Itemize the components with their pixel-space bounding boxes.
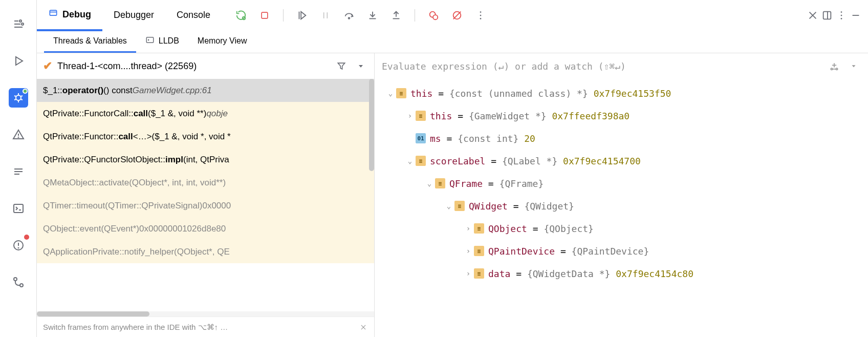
variable-row[interactable]: ⌄≡QWidget = {QWidget} bbox=[375, 195, 868, 217]
variable-row[interactable]: ›≡this = {GameWidget *} 0x7ffeedf398a0 bbox=[375, 104, 868, 127]
more-icon[interactable] bbox=[473, 8, 488, 23]
svg-marker-30 bbox=[301, 12, 306, 19]
variable-row[interactable]: ⌄≡QFrame = {QFrame} bbox=[375, 172, 868, 195]
debug-tab-icon bbox=[48, 8, 58, 21]
check-icon: ✔ bbox=[43, 59, 52, 73]
frame-row[interactable]: QtPrivate::Functor::call<…>($_1 &, void … bbox=[37, 125, 374, 148]
variable-text: QFrame = {QFrame} bbox=[449, 178, 544, 189]
variable-row[interactable]: ›≡QObject = {QObject} bbox=[375, 217, 868, 240]
tab-debug[interactable]: Debug bbox=[37, 1, 102, 31]
svg-point-49 bbox=[841, 11, 842, 13]
hint-bar: Switch frames from anywhere in the IDE w… bbox=[37, 317, 374, 337]
svg-rect-18 bbox=[14, 204, 23, 213]
frames-scrollbar-horizontal[interactable] bbox=[37, 311, 374, 317]
variable-text: QObject = {QObject} bbox=[488, 223, 594, 234]
variable-row[interactable]: ⌄≡this = {const (unnamed class) *} 0x7f9… bbox=[375, 82, 868, 104]
stop-button[interactable] bbox=[257, 8, 272, 23]
debug-icon[interactable] bbox=[9, 88, 28, 108]
svg-rect-25 bbox=[50, 10, 56, 15]
frames-list: $_1::operator()() const GameWidget.cpp:6… bbox=[37, 79, 374, 311]
text-icon[interactable] bbox=[9, 162, 28, 181]
svg-point-23 bbox=[14, 278, 17, 281]
filter-icon[interactable] bbox=[334, 59, 349, 73]
chevron-right-icon[interactable]: › bbox=[463, 269, 474, 278]
step-into-button[interactable] bbox=[365, 8, 380, 23]
variable-text: this = {GameWidget *} 0x7ffeedf398a0 bbox=[430, 111, 630, 121]
svg-point-24 bbox=[20, 284, 23, 287]
minimize-icon[interactable] bbox=[849, 8, 863, 23]
svg-point-22 bbox=[18, 248, 18, 248]
rerun-button[interactable] bbox=[234, 8, 248, 23]
svg-line-8 bbox=[14, 96, 16, 96]
frames-scrollbar-vertical[interactable] bbox=[369, 79, 374, 171]
svg-marker-5 bbox=[16, 57, 23, 65]
svg-point-50 bbox=[841, 15, 842, 16]
hint-text: Switch frames from anywhere in the IDE w… bbox=[43, 323, 228, 332]
step-over-button[interactable] bbox=[342, 8, 356, 23]
variable-row[interactable]: ›≡QPaintDevice = {QPaintDevice} bbox=[375, 240, 868, 262]
problems-icon[interactable] bbox=[9, 236, 28, 255]
chevron-right-icon[interactable]: › bbox=[463, 224, 474, 233]
svg-marker-63 bbox=[852, 65, 856, 67]
chevron-right-icon[interactable]: › bbox=[404, 112, 416, 120]
frame-row[interactable]: QtPrivate::FunctorCall::call($_1 &, void… bbox=[37, 102, 374, 125]
close-hint-icon[interactable] bbox=[359, 323, 368, 332]
frames-panel: ✔ Thread-1-<com....thread> (22569) $_1::… bbox=[37, 53, 375, 337]
close-icon[interactable] bbox=[806, 8, 820, 23]
variable-row[interactable]: ›01ms = {const int} 20 bbox=[375, 127, 868, 150]
frame-row[interactable]: QApplicationPrivate::notify_helper(QObje… bbox=[37, 240, 374, 263]
chevron-down-icon[interactable]: ⌄ bbox=[404, 157, 416, 165]
variable-text: QPaintDevice = {QPaintDevice} bbox=[488, 246, 649, 257]
frame-row[interactable]: QTimer::timeout(QTimer::QPrivateSignal) … bbox=[37, 194, 374, 217]
object-icon: ≡ bbox=[474, 268, 484, 279]
svg-point-42 bbox=[480, 11, 482, 13]
tab-label: Debug bbox=[62, 9, 91, 20]
subtab-label: Threads & Variables bbox=[53, 36, 127, 46]
frame-row[interactable]: QObject::event(QEvent*) 0x00000001026d8e… bbox=[37, 217, 374, 240]
structure-icon[interactable] bbox=[9, 14, 28, 34]
run-icon[interactable] bbox=[9, 51, 28, 71]
warnings-icon[interactable] bbox=[9, 125, 28, 144]
svg-line-10 bbox=[14, 99, 16, 100]
tool-rail bbox=[0, 0, 37, 337]
variable-row[interactable]: ›≡data = {QWidgetData *} 0x7f9ec4154c80 bbox=[375, 262, 868, 285]
object-icon: ≡ bbox=[435, 178, 445, 188]
chevron-right-icon[interactable]: › bbox=[463, 247, 474, 255]
pause-button[interactable] bbox=[318, 8, 333, 23]
svg-point-60 bbox=[831, 68, 832, 70]
evaluate-input[interactable]: Evaluate expression (↵) or add a watch (… bbox=[375, 53, 868, 79]
step-out-button[interactable] bbox=[389, 8, 403, 23]
frame-row[interactable]: $_1::operator()() const GameWidget.cpp:6… bbox=[37, 79, 374, 102]
resume-button[interactable] bbox=[295, 8, 309, 23]
thread-name: Thread-1-<com....thread> (22569) bbox=[57, 61, 329, 72]
subtab-threads-variables[interactable]: Threads & Variables bbox=[44, 31, 136, 53]
options-icon[interactable] bbox=[834, 8, 849, 23]
chevron-down-icon[interactable]: ⌄ bbox=[443, 202, 454, 210]
terminal-icon[interactable] bbox=[9, 199, 28, 218]
variables-tree: ⌄≡this = {const (unnamed class) *} 0x7f9… bbox=[375, 79, 868, 337]
svg-point-3 bbox=[19, 20, 21, 22]
add-watch-icon[interactable] bbox=[827, 59, 841, 73]
subtab-memory-view[interactable]: Memory View bbox=[188, 31, 256, 53]
variable-row[interactable]: ⌄≡scoreLabel = {QLabel *} 0x7f9ec4154700 bbox=[375, 150, 868, 172]
chevron-down-icon[interactable] bbox=[354, 59, 368, 73]
svg-point-4 bbox=[21, 23, 24, 25]
subtabs: Threads & Variables LLDB Memory View bbox=[37, 31, 868, 53]
svg-point-44 bbox=[480, 18, 482, 19]
vcs-icon[interactable] bbox=[9, 272, 28, 292]
divider bbox=[283, 9, 284, 22]
mute-breakpoints-button[interactable] bbox=[450, 8, 464, 23]
primitive-icon: 01 bbox=[416, 133, 426, 143]
chevron-down-icon[interactable] bbox=[847, 59, 861, 73]
frame-row[interactable]: QMetaObject::activate(QObject*, int, int… bbox=[37, 171, 374, 194]
subtab-lldb[interactable]: LLDB bbox=[136, 31, 188, 53]
chevron-down-icon[interactable]: ⌄ bbox=[424, 179, 435, 187]
view-breakpoints-button[interactable] bbox=[426, 8, 441, 23]
tab-debugger[interactable]: Debugger bbox=[102, 1, 165, 31]
chevron-down-icon[interactable]: ⌄ bbox=[385, 89, 396, 97]
thread-selector[interactable]: ✔ Thread-1-<com....thread> (22569) bbox=[37, 53, 374, 79]
tab-console[interactable]: Console bbox=[165, 1, 222, 31]
object-icon: ≡ bbox=[474, 246, 484, 256]
layout-icon[interactable] bbox=[820, 8, 834, 23]
frame-row[interactable]: QtPrivate::QFunctorSlotObject::impl(int,… bbox=[37, 148, 374, 171]
